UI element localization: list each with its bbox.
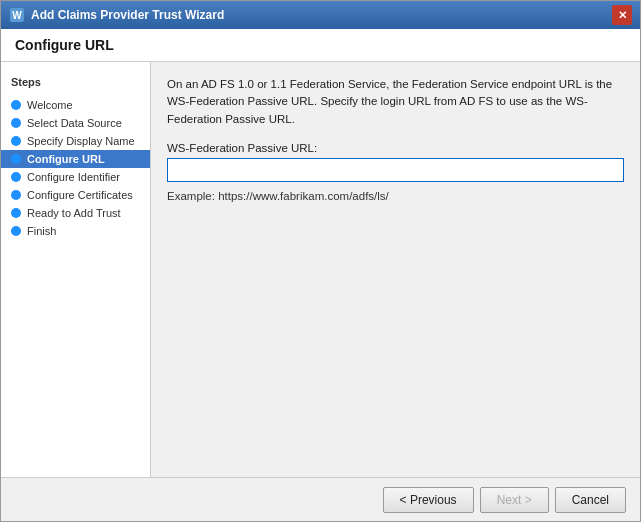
- url-field-label: WS-Federation Passive URL:: [167, 142, 624, 154]
- sidebar: Steps Welcome Select Data Source Specify…: [1, 62, 151, 477]
- sidebar-title: Steps: [1, 72, 150, 96]
- step-label-certificates: Configure Certificates: [27, 189, 133, 201]
- page-header: Configure URL: [1, 29, 640, 62]
- step-dot-certificates: [11, 190, 21, 200]
- step-dot-url: [11, 154, 21, 164]
- spacer: [167, 202, 624, 463]
- sidebar-item-select-data-source[interactable]: Select Data Source: [1, 114, 150, 132]
- page-title: Configure URL: [15, 37, 626, 53]
- footer: < Previous Next > Cancel: [1, 477, 640, 521]
- step-label-url: Configure URL: [27, 153, 105, 165]
- sidebar-item-configure-certificates[interactable]: Configure Certificates: [1, 186, 150, 204]
- step-dot-select: [11, 118, 21, 128]
- step-dot-display: [11, 136, 21, 146]
- wizard-window: W Add Claims Provider Trust Wizard ✕ Con…: [0, 0, 641, 522]
- sidebar-item-ready-to-add[interactable]: Ready to Add Trust: [1, 204, 150, 222]
- previous-button[interactable]: < Previous: [383, 487, 474, 513]
- main-panel: On an AD FS 1.0 or 1.1 Federation Servic…: [151, 62, 640, 477]
- title-bar: W Add Claims Provider Trust Wizard ✕: [1, 1, 640, 29]
- url-input[interactable]: [167, 158, 624, 182]
- sidebar-item-welcome[interactable]: Welcome: [1, 96, 150, 114]
- title-bar-left: W Add Claims Provider Trust Wizard: [9, 7, 224, 23]
- wizard-icon: W: [9, 7, 25, 23]
- step-dot-finish: [11, 226, 21, 236]
- description: On an AD FS 1.0 or 1.1 Federation Servic…: [167, 76, 624, 128]
- step-dot-welcome: [11, 100, 21, 110]
- content-area: Steps Welcome Select Data Source Specify…: [1, 62, 640, 477]
- close-button[interactable]: ✕: [612, 5, 632, 25]
- sidebar-item-finish[interactable]: Finish: [1, 222, 150, 240]
- example-text: Example: https://www.fabrikam.com/adfs/l…: [167, 190, 624, 202]
- step-label-ready: Ready to Add Trust: [27, 207, 121, 219]
- sidebar-item-specify-display-name[interactable]: Specify Display Name: [1, 132, 150, 150]
- step-label-select: Select Data Source: [27, 117, 122, 129]
- sidebar-item-configure-url[interactable]: Configure URL: [1, 150, 150, 168]
- cancel-button[interactable]: Cancel: [555, 487, 626, 513]
- sidebar-item-configure-identifier[interactable]: Configure Identifier: [1, 168, 150, 186]
- next-button[interactable]: Next >: [480, 487, 549, 513]
- step-label-identifier: Configure Identifier: [27, 171, 120, 183]
- step-label-finish: Finish: [27, 225, 56, 237]
- window-title: Add Claims Provider Trust Wizard: [31, 8, 224, 22]
- step-label-display: Specify Display Name: [27, 135, 135, 147]
- step-label-welcome: Welcome: [27, 99, 73, 111]
- svg-text:W: W: [12, 10, 22, 21]
- step-dot-identifier: [11, 172, 21, 182]
- step-dot-ready: [11, 208, 21, 218]
